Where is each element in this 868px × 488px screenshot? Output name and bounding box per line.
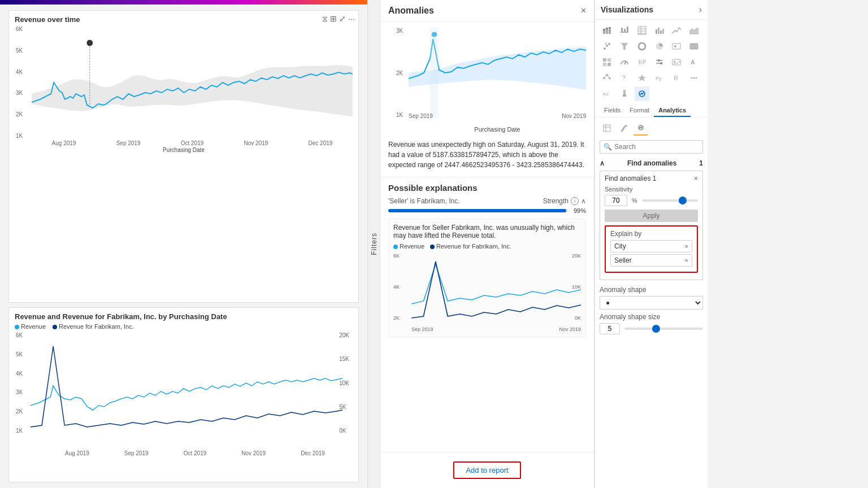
viz-icon-python[interactable]: Py [652, 71, 667, 85]
viz-icon-kpi[interactable]: KPI [635, 55, 649, 69]
svg-point-32 [674, 45, 676, 47]
subtab-table[interactable] [600, 121, 614, 136]
viz-icon-more-visuals[interactable] [687, 71, 701, 85]
svg-point-29 [639, 43, 645, 50]
anomalies-close-button[interactable]: × [581, 6, 586, 16]
viz-icon-donut[interactable] [635, 39, 649, 54]
detail-chart: 6K 4K 2K 20K 10K 0K Sep 2019 Nov [393, 253, 581, 332]
find-anomalies-header[interactable]: ∧ Find anomalies 1 [600, 159, 703, 167]
sensitivity-slider-thumb[interactable] [679, 197, 687, 204]
sensitivity-slider-track[interactable] [642, 199, 698, 202]
svg-marker-23 [690, 28, 698, 34]
viz-subtabs [595, 117, 708, 137]
subtab-brush[interactable] [617, 121, 631, 136]
viz-header: Visualizations › [595, 0, 708, 20]
anomaly-size-slider-track[interactable] [624, 328, 703, 330]
explain-tag-city-label: City [614, 242, 626, 250]
focus-icon[interactable]: ⊞ [330, 14, 337, 24]
mini-chart-svg [409, 28, 586, 118]
viz-icon-r[interactable]: R [669, 71, 684, 85]
viz-icon-image[interactable] [669, 55, 684, 69]
chart2-y-ticks-left: 6K 5K 4K 3K 2K 1K [16, 332, 23, 434]
svg-text:A: A [691, 59, 695, 66]
svg-rect-9 [609, 27, 611, 28]
svg-point-27 [605, 43, 607, 45]
viz-icon-matrix[interactable] [600, 55, 614, 69]
viz-icon-scatter[interactable] [600, 39, 614, 54]
strength-row: 'Seller' is Fabrikam, Inc. Strength i ∧ [388, 197, 586, 205]
chart1-toolbar: ⧖ ⊞ ⤢ ··· [322, 14, 355, 24]
viz-icon-bar[interactable] [617, 23, 632, 38]
viz-icon-gauge[interactable] [617, 55, 632, 69]
viz-icon-filled-map[interactable] [687, 39, 701, 54]
strength-info-icon[interactable]: i [571, 197, 579, 205]
search-input[interactable] [614, 143, 699, 151]
chart2-legend: Revenue Revenue for Fabrikam, Inc. [15, 323, 353, 330]
svg-rect-3 [430, 28, 439, 118]
find-anomalies-count: 1 [699, 159, 703, 167]
left-panel: Revenue over time ⧖ ⊞ ⤢ ··· 6K 5K 4K 3K … [0, 0, 367, 488]
anomaly-box-close[interactable]: × [694, 175, 698, 182]
sensitivity-input[interactable] [605, 195, 627, 206]
chart1-x-ticks: Aug 2019 Sep 2019 Oct 2019 Nov 2019 Dec … [15, 140, 353, 146]
explain-tag-city-remove[interactable]: × [685, 243, 688, 250]
apply-button[interactable]: Apply [605, 210, 698, 222]
mini-chart-x-label: Purchasing Date [409, 126, 586, 133]
viz-icon-stacked-bar[interactable] [600, 23, 614, 38]
viz-icon-clustered-bar[interactable] [652, 23, 667, 38]
search-box[interactable]: 🔍 [600, 140, 703, 154]
chart2-container: Revenue and Revenue for Fabrikam, Inc. b… [8, 307, 359, 482]
anomaly-size-input[interactable] [600, 323, 620, 334]
viz-icon-qa[interactable]: ? [617, 71, 632, 85]
svg-rect-8 [609, 28, 611, 34]
viz-icon-funnel[interactable] [617, 39, 632, 54]
svg-rect-4 [603, 30, 605, 34]
pct-label: 99% [574, 207, 586, 214]
viz-icon-pie[interactable] [652, 39, 667, 54]
filter-icon[interactable]: ⧖ [322, 14, 328, 24]
viz-icon-smart[interactable] [635, 71, 649, 85]
viz-icon-az[interactable]: AZ [600, 86, 614, 101]
tab-format[interactable]: Format [625, 104, 654, 117]
svg-text:?: ? [622, 75, 626, 81]
find-anomalies-chevron: ∧ [600, 159, 605, 167]
viz-icon-map[interactable] [669, 39, 684, 54]
anomaly-shape-select[interactable]: ● [600, 296, 703, 310]
viz-icon-decomp[interactable] [600, 71, 614, 85]
expand-button[interactable]: ∧ [581, 197, 586, 205]
strength-label: Strength [543, 197, 568, 205]
svg-point-26 [608, 43, 610, 45]
viz-icon-table[interactable] [635, 23, 649, 38]
find-anomalies-section: ∧ Find anomalies 1 Find anomalies 1 × Se… [595, 157, 708, 286]
add-to-report-button[interactable]: Add to report [453, 461, 520, 479]
viz-icon-line[interactable] [669, 23, 684, 38]
viz-icon-area[interactable] [687, 23, 701, 38]
svg-point-24 [604, 47, 606, 50]
svg-text:KPI: KPI [639, 59, 646, 66]
explain-tag-seller-remove[interactable]: × [685, 257, 688, 264]
svg-rect-10 [620, 32, 628, 33]
viz-icon-text[interactable]: A [687, 55, 701, 69]
expand-icon[interactable]: ⤢ [339, 14, 346, 24]
anomaly-size-slider-thumb[interactable] [652, 325, 660, 333]
svg-rect-34 [603, 58, 606, 62]
more-icon[interactable]: ··· [348, 14, 355, 24]
chart2-title: Revenue and Revenue for Fabrikam, Inc. b… [15, 312, 353, 321]
subtab-analytics[interactable] [633, 121, 648, 136]
viz-title: Visualizations [601, 5, 653, 14]
viz-tabs: Fields Format Analytics [595, 104, 708, 117]
explain-tag-seller-label: Seller [614, 256, 632, 264]
viz-chevron-right[interactable]: › [699, 5, 702, 15]
viz-icon-analytics[interactable] [635, 86, 649, 101]
viz-panel: Visualizations › [594, 0, 708, 488]
viz-icon-paint[interactable] [617, 86, 632, 101]
add-to-report-section: Add to report [380, 452, 594, 488]
svg-line-50 [604, 76, 607, 77]
tab-fields[interactable]: Fields [600, 104, 625, 117]
explain-by-label: Explain by [610, 230, 692, 238]
svg-point-25 [606, 45, 608, 47]
tab-analytics[interactable]: Analytics [654, 104, 691, 117]
viz-icon-slicer[interactable] [652, 55, 667, 69]
svg-point-42 [658, 59, 660, 62]
explanation-detail: Revenue for Seller Fabrikam, Inc. was un… [388, 219, 586, 337]
